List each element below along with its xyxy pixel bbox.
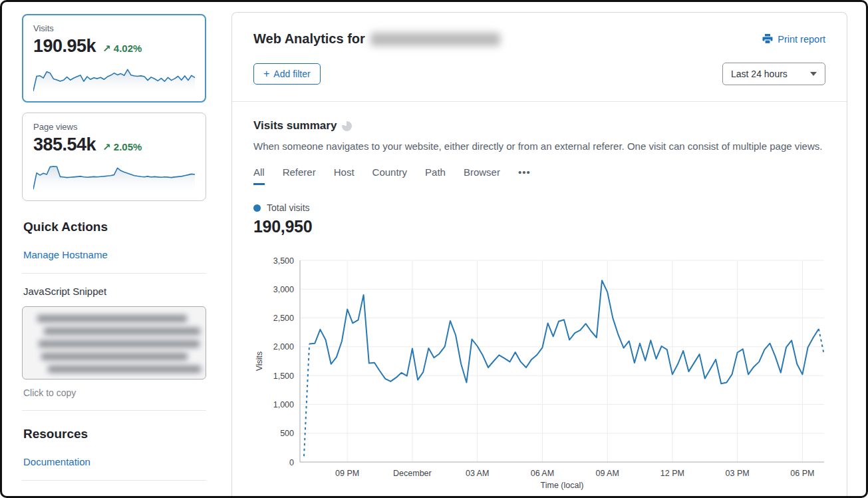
tab-more[interactable]: ••• — [518, 166, 531, 185]
add-filter-button[interactable]: + Add filter — [253, 63, 321, 85]
time-range-select[interactable]: Last 24 hours — [722, 63, 825, 85]
svg-text:500: 500 — [280, 429, 294, 438]
svg-text:03 AM: 03 AM — [466, 469, 489, 478]
svg-text:06 AM: 06 AM — [531, 469, 554, 478]
manage-hostname-link[interactable]: Manage Hostname — [23, 249, 108, 260]
metric-label: Page views — [33, 122, 195, 132]
svg-text:06 PM: 06 PM — [790, 469, 814, 478]
plus-icon: + — [263, 69, 269, 79]
svg-text:December: December — [393, 469, 432, 478]
svg-text:03 PM: 03 PM — [726, 469, 750, 478]
page-views-sparkline — [33, 159, 195, 194]
redacted-code-line — [44, 328, 200, 335]
visits-summary-title: Visits summary — [253, 119, 337, 132]
tab-host[interactable]: Host — [334, 166, 355, 185]
tab-path[interactable]: Path — [425, 166, 446, 185]
click-to-copy-hint: Click to copy — [23, 387, 218, 398]
metric-delta-value: 4.02% — [114, 43, 142, 54]
svg-text:3,000: 3,000 — [273, 285, 294, 294]
svg-text:Time (local): Time (local) — [541, 481, 584, 490]
divider — [22, 410, 206, 411]
quick-actions-heading: Quick Actions — [23, 220, 218, 234]
metric-card-page-views[interactable]: Page views 385.54k ↗ 2.05% — [22, 113, 206, 201]
visits-summary-section: Visits summary When someone navigates to… — [232, 102, 847, 496]
web-analytics-dashboard: Visits 190.95k ↗ 4.02% Page views 385.54… — [2, 2, 866, 496]
metric-delta: ↗ 2.05% — [102, 141, 142, 153]
svg-text:09 PM: 09 PM — [335, 469, 359, 478]
page-title: Web Analytics for — [253, 31, 500, 47]
time-range-value: Last 24 hours — [731, 69, 788, 79]
svg-text:2,000: 2,000 — [273, 342, 294, 352]
chart-legend: Total visits — [253, 202, 825, 213]
svg-text:Visits: Visits — [255, 352, 264, 372]
tab-referer[interactable]: Referer — [283, 166, 316, 185]
printer-icon — [762, 34, 773, 44]
total-visits-value: 190,950 — [253, 217, 825, 236]
panel-header: Web Analytics for Print report + Add fil… — [232, 13, 847, 102]
metric-label: Visits — [33, 23, 195, 33]
page-title-text: Web Analytics for — [253, 31, 365, 47]
svg-text:09 AM: 09 AM — [595, 469, 619, 478]
svg-text:1,000: 1,000 — [273, 400, 294, 409]
print-report-label: Print report — [778, 34, 825, 45]
legend-dot-icon — [253, 204, 261, 212]
svg-text:3,500: 3,500 — [273, 256, 294, 266]
trend-up-icon: ↗ — [102, 43, 111, 54]
chart-container: 05001,0001,5002,0002,5003,0003,50009 PMD… — [253, 251, 825, 495]
redacted-code-line — [41, 353, 188, 360]
main-panel: Web Analytics for Print report + Add fil… — [231, 12, 847, 496]
resources-heading: Resources — [23, 427, 218, 441]
tab-browser[interactable]: Browser — [464, 166, 500, 185]
metric-card-visits[interactable]: Visits 190.95k ↗ 4.02% — [22, 14, 206, 103]
visits-line-chart: 05001,0001,5002,0002,5003,0003,50009 PMD… — [253, 251, 829, 495]
javascript-snippet-label: JavaScript Snippet — [23, 286, 218, 297]
legend-label: Total visits — [267, 202, 310, 213]
svg-text:2,500: 2,500 — [273, 314, 294, 323]
svg-text:12 PM: 12 PM — [660, 469, 684, 478]
divider — [22, 273, 206, 274]
tab-all[interactable]: All — [253, 166, 265, 185]
pie-chart-icon — [342, 121, 352, 131]
tab-country[interactable]: Country — [372, 166, 408, 185]
trend-up-icon: ↗ — [102, 141, 111, 152]
metric-value: 190.95k — [33, 36, 96, 57]
chevron-down-icon — [810, 72, 817, 76]
add-filter-label: Add filter — [273, 69, 310, 79]
visits-sparkline — [33, 61, 195, 95]
svg-text:1,500: 1,500 — [273, 372, 294, 381]
print-report-link[interactable]: Print report — [762, 34, 825, 45]
metric-value: 385.54k — [33, 134, 96, 155]
redacted-code-line — [48, 366, 201, 373]
documentation-link[interactable]: Documentation — [23, 456, 90, 467]
svg-text:0: 0 — [289, 458, 294, 467]
visits-summary-description: When someone navigates to your website, … — [253, 140, 825, 152]
redacted-code-line — [39, 340, 200, 348]
sidebar: Visits 190.95k ↗ 4.02% Page views 385.54… — [2, 2, 218, 496]
divider — [22, 480, 206, 481]
dimension-tabs: AllRefererHostCountryPathBrowser••• — [253, 166, 825, 185]
javascript-snippet-box[interactable] — [22, 306, 206, 379]
metric-delta-value: 2.05% — [114, 141, 142, 152]
redacted-code-line — [37, 315, 187, 322]
redacted-domain — [370, 33, 500, 46]
metric-delta: ↗ 4.02% — [102, 43, 142, 55]
